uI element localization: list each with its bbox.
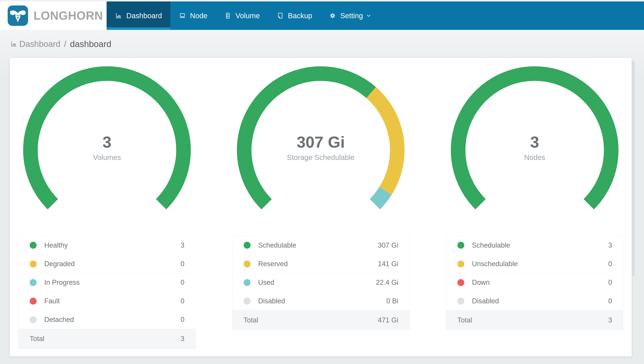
nav-item-backup[interactable]: Backup <box>268 2 320 30</box>
legend-color-dot <box>458 279 464 286</box>
gauge-center-label: Volumes <box>93 154 121 162</box>
gauge-chart: 3 Nodes <box>449 64 620 236</box>
legend-color-dot <box>244 279 250 286</box>
gauge-chart: 3 Volumes <box>21 64 192 236</box>
legend-row-schedulable: Schedulable307 Gi <box>238 236 404 254</box>
legend-row-label: Disabled <box>472 297 499 305</box>
legend-row-value: 307 Gi <box>378 242 398 249</box>
bar-chart-icon <box>10 40 18 48</box>
gauge-panel-storage-schedulable: 307 Gi Storage Schedulable Schedulable30… <box>232 58 410 348</box>
legend-total-row: Total 471 Gi <box>232 310 409 330</box>
legend-row-label: Degraded <box>44 260 75 268</box>
legend-table: Healthy3Degraded0In Progress0Fault0Detac… <box>18 236 196 348</box>
legend-total-value: 471 Gi <box>378 316 398 324</box>
legend-row-value: 0 <box>180 316 184 324</box>
legend-row-label: Disabled <box>258 297 285 305</box>
dashboard-card: 3 Volumes Healthy3Degraded0In Progress0F… <box>10 58 632 356</box>
gauge-panel-nodes: 3 Nodes Schedulable3Unschedulable0Down0D… <box>446 58 623 348</box>
legend-total-value: 3 <box>180 335 184 343</box>
legend-total-label: Total <box>458 316 472 324</box>
legend-color-dot <box>458 298 464 304</box>
legend-total-label: Total <box>30 335 44 343</box>
gauge-center-value: 3 <box>530 133 539 151</box>
legend-row-value: 0 <box>608 297 612 305</box>
gauge-center-value: 307 Gi <box>297 133 345 151</box>
gauge-center-value: 3 <box>102 133 111 151</box>
nav-item-setting[interactable]: Setting <box>320 2 380 30</box>
legend-row-label: Healthy <box>44 242 68 249</box>
legend-color-dot <box>244 242 250 249</box>
nav-item-volume[interactable]: Volume <box>216 2 268 30</box>
nav-item-label: Setting <box>340 12 363 20</box>
gauge-center-label: Storage Schedulable <box>287 154 354 162</box>
legend-row-disabled: Disabled0 Bi <box>238 292 404 310</box>
legend-total-row: Total 3 <box>446 310 623 330</box>
legend-row-degraded: Degraded0 <box>24 254 190 273</box>
legend-row-value: 141 Gi <box>378 260 398 268</box>
main-nav: Dashboard Node Volume <box>106 2 380 30</box>
bar-chart-icon <box>115 12 122 19</box>
server-icon <box>224 12 232 19</box>
legend-total-label: Total <box>244 316 258 324</box>
breadcrumb-current-page: dashboard <box>70 39 111 49</box>
chevron-down-icon <box>366 12 372 19</box>
legend-row-value: 0 <box>180 297 184 305</box>
legend-row-value: 0 <box>608 260 612 268</box>
gauge-segment-reserved <box>366 87 404 195</box>
longhorn-logo-icon <box>8 6 28 26</box>
breadcrumb-separator: / <box>64 39 66 49</box>
legend-row-label: In Progress <box>44 278 80 286</box>
gauge-panel-volumes: 3 Volumes Healthy3Degraded0In Progress0F… <box>18 58 196 348</box>
legend-row-reserved: Reserved141 Gi <box>238 254 404 273</box>
legend-color-dot <box>244 298 250 304</box>
gauge-donut-svg: 3 Nodes <box>449 64 620 236</box>
legend-color-dot <box>458 260 464 268</box>
legend-color-dot <box>30 242 37 249</box>
gauge-chart: 307 Gi Storage Schedulable <box>235 64 406 236</box>
legend-table: Schedulable3Unschedulable0Down0Disabled0… <box>446 236 623 330</box>
legend-row-fault: Fault0 <box>24 292 190 310</box>
legend-row-label: Used <box>258 278 274 286</box>
legend-row-label: Fault <box>44 297 60 305</box>
legend-row-value: 0 Bi <box>386 297 398 305</box>
window-top-edge <box>0 0 644 2</box>
gauge-center-label: Nodes <box>524 154 545 162</box>
legend-row-value: 3 <box>180 242 184 249</box>
legend-color-dot <box>30 298 37 304</box>
legend-row-value: 3 <box>608 242 612 249</box>
legend-row-value: 0 <box>608 278 612 286</box>
gear-icon <box>329 12 336 19</box>
bull-icon <box>8 6 28 26</box>
nav-item-label: Node <box>190 12 208 20</box>
nav-item-node[interactable]: Node <box>170 2 216 30</box>
legend-total-row: Total 3 <box>18 329 195 348</box>
legend-row-label: Schedulable <box>472 242 510 249</box>
legend-row-schedulable: Schedulable3 <box>451 236 618 254</box>
nav-item-label: Backup <box>288 12 312 20</box>
legend-row-disabled: Disabled0 <box>451 292 618 310</box>
scrollbar-thumb[interactable] <box>632 61 635 276</box>
document-icon <box>276 12 284 19</box>
legend-row-healthy: Healthy3 <box>24 236 190 254</box>
brand: LONGHORN <box>0 2 106 30</box>
nav-item-dashboard[interactable]: Dashboard <box>106 2 170 30</box>
legend-row-unschedulable: Unschedulable0 <box>451 254 618 273</box>
legend-color-dot <box>30 279 37 286</box>
breadcrumb-section-link[interactable]: Dashboard <box>19 39 60 49</box>
legend-color-dot <box>244 260 250 268</box>
brand-name: LONGHORN <box>34 9 103 22</box>
legend-row-label: Down <box>472 278 490 286</box>
gauge-panels: 3 Volumes Healthy3Degraded0In Progress0F… <box>10 58 632 348</box>
legend-row-value: 22.4 Gi <box>376 278 398 286</box>
nav-item-label: Dashboard <box>126 12 162 20</box>
legend-row-label: Detached <box>44 316 74 324</box>
legend-row-label: Reserved <box>258 260 288 268</box>
legend-color-dot <box>458 242 464 249</box>
legend-table: Schedulable307 GiReserved141 GiUsed22.4 … <box>232 236 410 330</box>
legend-color-dot <box>30 316 37 323</box>
legend-total-value: 3 <box>608 316 612 324</box>
top-navbar: LONGHORN Dashboard Node <box>0 2 644 30</box>
gauge-donut-svg: 3 Volumes <box>21 64 192 236</box>
legend-row-down: Down0 <box>451 273 618 292</box>
legend-row-detached: Detached0 <box>24 310 190 329</box>
